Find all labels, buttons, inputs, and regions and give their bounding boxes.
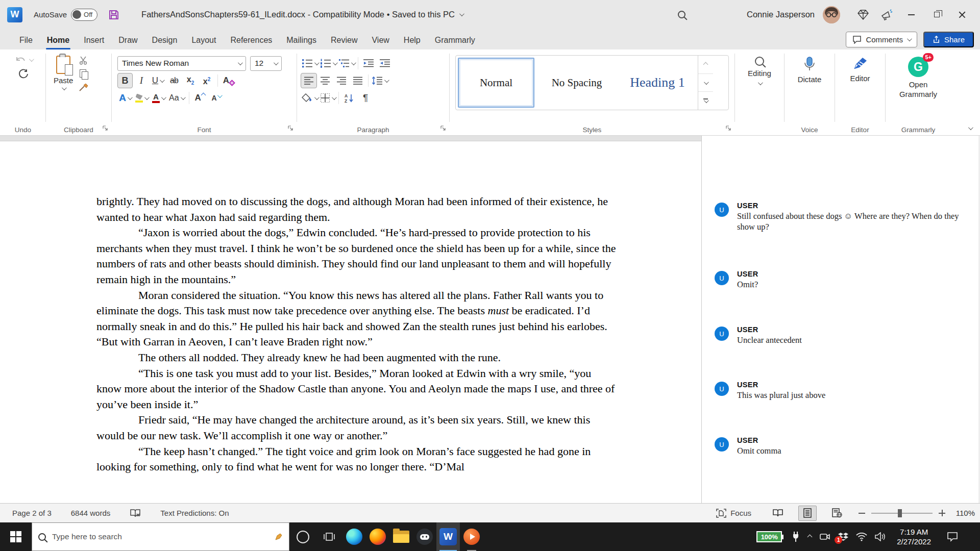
premium-gem-icon[interactable] bbox=[851, 5, 875, 25]
zoom-slider[interactable] bbox=[871, 513, 933, 514]
read-mode-button[interactable] bbox=[769, 506, 787, 521]
subscript-button[interactable]: x2 bbox=[183, 73, 198, 88]
tab-help[interactable]: Help bbox=[397, 31, 428, 49]
borders-button[interactable] bbox=[319, 90, 336, 106]
media-player-button[interactable] bbox=[460, 522, 483, 551]
style-no-spacing[interactable]: No Spacing bbox=[536, 56, 617, 110]
search-input[interactable] bbox=[52, 532, 268, 541]
show-formatting-button[interactable]: ¶ bbox=[357, 90, 374, 106]
cortana-button[interactable] bbox=[289, 522, 316, 551]
task-view-button[interactable] bbox=[316, 522, 342, 551]
tab-view[interactable]: View bbox=[364, 31, 396, 49]
shading-button[interactable] bbox=[301, 90, 319, 106]
comment[interactable]: U USERStill confused about these dogs ☺ … bbox=[715, 201, 960, 232]
style-heading-1[interactable]: Heading 1 bbox=[617, 56, 698, 110]
avatar[interactable] bbox=[823, 6, 840, 23]
whats-new-megaphone-icon[interactable] bbox=[875, 5, 898, 25]
copy-button[interactable] bbox=[80, 69, 87, 79]
zoom-level[interactable]: 110% bbox=[952, 509, 975, 517]
shrink-font-button[interactable]: A bbox=[209, 90, 224, 106]
editor-button[interactable]: Editor bbox=[838, 52, 883, 84]
document-text[interactable]: brightly. They had moved on to discussin… bbox=[0, 141, 701, 475]
print-layout-button[interactable] bbox=[798, 506, 817, 521]
tab-design[interactable]: Design bbox=[145, 31, 185, 49]
zoom-out-button[interactable] bbox=[859, 513, 865, 514]
open-grammarly-button[interactable]: G 5+ Open Grammarly bbox=[888, 52, 948, 99]
document-title[interactable]: FathersAndSonsChapters59-61_ILedit.docx … bbox=[141, 10, 463, 19]
tab-grammarly[interactable]: Grammarly bbox=[428, 31, 482, 49]
font-size-combobox[interactable]: 12 bbox=[250, 56, 282, 71]
redo-button[interactable] bbox=[9, 69, 38, 79]
format-painter-button[interactable] bbox=[78, 83, 88, 92]
autosave-toggle[interactable]: Off bbox=[71, 9, 97, 21]
volume-icon[interactable] bbox=[875, 532, 886, 541]
styles-scroll-up-button[interactable] bbox=[698, 56, 713, 74]
start-button[interactable] bbox=[0, 522, 32, 551]
zoom-slider-handle[interactable] bbox=[898, 509, 902, 517]
minimize-button[interactable] bbox=[898, 4, 924, 26]
bold-button[interactable]: B bbox=[117, 73, 133, 88]
cut-button[interactable] bbox=[79, 56, 88, 65]
file-explorer-button[interactable] bbox=[389, 522, 413, 551]
paragraph-dialog-launcher[interactable] bbox=[440, 124, 446, 133]
autosave-control[interactable]: AutoSave Off bbox=[34, 9, 97, 21]
styles-expand-button[interactable] bbox=[698, 92, 713, 110]
line-spacing-button[interactable] bbox=[371, 73, 389, 88]
taskbar-search[interactable] bbox=[32, 522, 289, 551]
tab-layout[interactable]: Layout bbox=[184, 31, 223, 49]
font-dialog-launcher[interactable] bbox=[288, 124, 293, 133]
editing-button[interactable]: Editing bbox=[738, 52, 781, 85]
decrease-indent-button[interactable] bbox=[360, 56, 377, 71]
styles-scroll-down-button[interactable] bbox=[698, 74, 713, 92]
account-name[interactable]: Connie Jasperson bbox=[747, 10, 815, 19]
italic-button[interactable]: I bbox=[134, 73, 149, 88]
clipboard-dialog-launcher[interactable] bbox=[103, 124, 108, 133]
web-layout-button[interactable] bbox=[828, 506, 846, 521]
paste-button[interactable]: Paste bbox=[48, 52, 78, 92]
tab-home[interactable]: Home bbox=[40, 31, 77, 49]
tab-mailings[interactable]: Mailings bbox=[279, 31, 324, 49]
share-button[interactable]: Share bbox=[923, 32, 974, 47]
meet-now-icon[interactable] bbox=[819, 532, 830, 541]
hidden-icons-button[interactable] bbox=[808, 535, 812, 539]
align-right-button[interactable] bbox=[333, 73, 350, 88]
comment[interactable]: U USEROmit comma bbox=[715, 436, 960, 457]
numbering-button[interactable] bbox=[319, 56, 337, 71]
firefox-button[interactable] bbox=[366, 522, 389, 551]
font-color-button[interactable]: A bbox=[151, 90, 166, 106]
tab-insert[interactable]: Insert bbox=[77, 31, 111, 49]
document-page[interactable]: brightly. They had moved on to discussin… bbox=[0, 136, 701, 503]
search-icon[interactable] bbox=[678, 11, 685, 18]
comments-button[interactable]: Comments bbox=[846, 32, 917, 47]
grow-font-button[interactable]: A bbox=[192, 90, 208, 106]
comment[interactable]: U USERThis was plural just above bbox=[715, 380, 960, 401]
align-left-button[interactable] bbox=[301, 73, 317, 88]
taskbar-clock[interactable]: 7:19 AM 2/27/2022 bbox=[894, 527, 934, 546]
tab-references[interactable]: References bbox=[223, 31, 279, 49]
battery-indicator[interactable]: 100% bbox=[756, 531, 783, 542]
word-app-icon[interactable]: W bbox=[7, 7, 22, 22]
dictate-button[interactable]: Dictate bbox=[787, 52, 832, 85]
save-icon[interactable] bbox=[108, 9, 120, 21]
collapse-ribbon-button[interactable] bbox=[968, 123, 972, 132]
font-name-combobox[interactable]: Times New Roman bbox=[117, 56, 246, 71]
underline-button[interactable]: U bbox=[150, 73, 165, 88]
increase-indent-button[interactable] bbox=[377, 56, 393, 71]
justify-button[interactable] bbox=[350, 73, 366, 88]
page-indicator[interactable]: Page 2 of 3 bbox=[12, 509, 52, 517]
dropbox-tray-icon[interactable]: 1 bbox=[838, 532, 848, 541]
discord-button[interactable] bbox=[413, 522, 436, 551]
close-button[interactable] bbox=[949, 4, 975, 26]
sort-button[interactable]: AZ bbox=[341, 90, 357, 106]
undo-button[interactable] bbox=[9, 56, 38, 64]
tab-draw[interactable]: Draw bbox=[111, 31, 144, 49]
wifi-icon[interactable] bbox=[856, 533, 867, 541]
word-count[interactable]: 6844 words bbox=[71, 509, 111, 517]
styles-dialog-launcher[interactable] bbox=[726, 124, 731, 133]
tab-file[interactable]: File bbox=[12, 31, 40, 49]
edge-browser-button[interactable] bbox=[342, 522, 366, 551]
superscript-button[interactable]: x2 bbox=[199, 73, 214, 88]
change-case-button[interactable]: Aa bbox=[167, 90, 186, 106]
tab-review[interactable]: Review bbox=[324, 31, 364, 49]
multilevel-list-button[interactable] bbox=[337, 56, 356, 71]
